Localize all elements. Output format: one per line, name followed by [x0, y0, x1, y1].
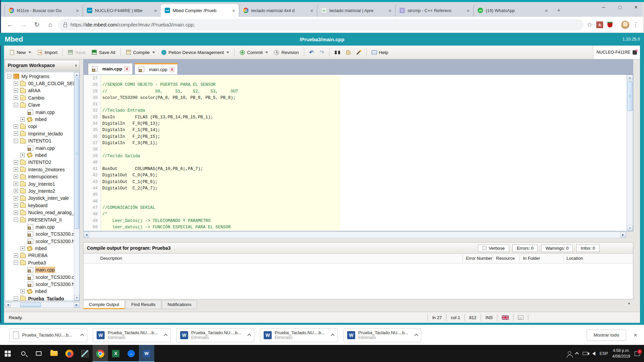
new-button[interactable]: New: [7, 48, 34, 56]
maximize-button[interactable]: □: [612, 0, 628, 15]
code-line[interactable]: 37DigitalIn F_3(PB_1);: [84, 140, 627, 146]
expand-icon[interactable]: +: [14, 203, 18, 207]
tree-item[interactable]: +Joy_Intento1: [5, 180, 74, 187]
browser-tab[interactable]: ∞teclado matricial | Apre×: [317, 4, 395, 17]
close-downloads-icon[interactable]: ×: [634, 331, 637, 339]
device-selector-button[interactable]: NUCLEO-F411RE: [593, 46, 640, 59]
tree-item[interactable]: +Intento_2motores: [5, 166, 74, 173]
code-line[interactable]: 32//Teclado Entrada: [84, 108, 627, 114]
home-icon[interactable]: ⌂: [45, 19, 56, 31]
tree-item[interactable]: −My Programs: [5, 73, 74, 80]
editor-tab-close-icon[interactable]: x: [170, 67, 175, 72]
task-view-button[interactable]: [31, 345, 46, 362]
code-line[interactable]: 42DigitalOut C_0(PA_9);: [84, 172, 627, 179]
taskbar-clock[interactable]: 4:58 p.m.4/06/2019: [612, 348, 630, 359]
download-menu-chevron-icon[interactable]: [414, 334, 418, 337]
pelion-button[interactable]: ↑Pelion Device Management: [158, 48, 232, 56]
code-line[interactable]: 50 leer_datos() -> FUNCIÓN ESPECIAL PARA…: [84, 224, 627, 231]
undo-button[interactable]: ↶: [307, 48, 316, 57]
warnings-filter-button[interactable]: Warnings: 0: [541, 244, 573, 252]
scroll-left-icon[interactable]: ◀: [84, 232, 89, 238]
collapse-icon[interactable]: −: [7, 74, 11, 78]
tree-item[interactable]: +aRAA: [5, 87, 74, 94]
volume-icon[interactable]: [592, 352, 595, 356]
tree-hscroll-thumb[interactable]: [20, 303, 41, 307]
format-button[interactable]: [343, 49, 353, 56]
tree-item[interactable]: +Joy_Intento2: [5, 187, 74, 194]
expand-icon[interactable]: +: [14, 189, 18, 193]
close-button[interactable]: ×: [628, 0, 644, 15]
expand-icon[interactable]: +: [14, 88, 18, 93]
download-item[interactable]: WPrueba_Taclado.NU....b...Eliminado: [176, 328, 254, 342]
action-center-icon[interactable]: 3: [635, 351, 640, 356]
tree-item[interactable]: +Nucleo_read_analog_: [5, 209, 74, 216]
tree-item[interactable]: −PRESENTAR_II: [5, 216, 74, 223]
tree-item[interactable]: main.cpp: [5, 109, 74, 116]
code-line[interactable]: 30scolor_TCS3200 scolor(PA_8, PB_10, PB_…: [84, 95, 627, 101]
compile-button[interactable]: Compile: [123, 48, 158, 56]
browser-tab[interactable]: f411re - Buscar con Go×: [4, 4, 83, 17]
tab-close-icon[interactable]: ×: [466, 8, 471, 13]
scroll-right-icon[interactable]: ▶: [620, 232, 626, 238]
download-menu-chevron-icon[interactable]: [331, 334, 334, 337]
expand-icon[interactable]: +: [14, 124, 18, 129]
url-input[interactable]: https://ide.mbed.com/compiler/#nav:/Prue…: [58, 19, 584, 31]
tab-close-icon[interactable]: ×: [231, 8, 236, 13]
code-line[interactable]: 31: [84, 101, 627, 108]
tab-close-icon[interactable]: ×: [309, 8, 314, 13]
editor-tab[interactable]: main.cppx: [135, 63, 178, 74]
tree-item[interactable]: +Cambio: [5, 94, 74, 101]
tree-item[interactable]: scolor_TCS3200.c: [5, 274, 74, 281]
download-item[interactable]: WPrueba_Taclado.NU....b...Eliminado: [260, 328, 338, 342]
tree-item[interactable]: main.cpp: [5, 266, 74, 274]
download-item[interactable]: WPrueba_Taclado.NU....b...Eliminado: [93, 328, 171, 342]
collapse-icon[interactable]: −: [14, 218, 18, 222]
tree-item[interactable]: +INTENTO2: [5, 159, 74, 166]
collapse-icon[interactable]: −: [14, 103, 18, 107]
expand-icon[interactable]: +: [14, 167, 18, 172]
find-button[interactable]: [332, 49, 343, 56]
browser-tab[interactable]: teclado matricial 4x4 d×: [239, 4, 317, 17]
reload-icon[interactable]: ↻: [31, 19, 43, 31]
download-item[interactable]: WPrueba_Taclado.NU....b...Eliminado: [343, 328, 421, 342]
collapse-icon[interactable]: −: [14, 139, 18, 143]
tab-close-icon[interactable]: ×: [387, 8, 392, 13]
scroll-left-icon[interactable]: ◀: [5, 302, 11, 307]
expand-icon[interactable]: +: [14, 96, 18, 100]
hidden-icons-chevron-icon[interactable]: [575, 352, 579, 356]
tree-item[interactable]: scolor_TCS3200.h: [5, 238, 74, 245]
padlock-icon[interactable]: [63, 24, 67, 27]
code-line[interactable]: 47//COMUNICACIÓN SERIAL: [84, 205, 627, 211]
dev-tool-button[interactable]: [77, 345, 93, 362]
expand-icon[interactable]: +: [20, 153, 25, 157]
bookmark-star-icon[interactable]: ☆: [586, 21, 594, 29]
browser-tab[interactable]: armMbed Compiler /Prueb×: [161, 4, 239, 17]
browser-tab[interactable]: armNUCLEO-F446RE | Mbe×: [83, 4, 161, 17]
code-area[interactable]: 27 28//SENSOR COMO OBJETO - PUERTOS PARA…: [84, 75, 627, 231]
excel-button[interactable]: X: [108, 345, 123, 362]
code-line[interactable]: 35DigitalIn F_1(PB_14);: [84, 127, 627, 133]
save-all-button[interactable]: Save All: [89, 48, 118, 56]
expand-icon[interactable]: +: [14, 131, 18, 136]
code-line[interactable]: 38: [84, 146, 627, 153]
tree-item[interactable]: +Joystick_inten_vale: [5, 195, 74, 202]
code-editor[interactable]: 27 28//SENSOR COMO OBJETO - PUERTOS PARA…: [83, 74, 633, 231]
tab-close-icon[interactable]: ×: [75, 8, 80, 13]
firefox-button[interactable]: [62, 345, 77, 362]
output-tab-compile-output[interactable]: Compile Output: [83, 300, 125, 309]
tree-item[interactable]: +mbed: [5, 152, 74, 159]
keyboard-layout-icon[interactable]: [513, 314, 528, 321]
import-button[interactable]: Import: [35, 48, 60, 56]
editor-tab-close-icon[interactable]: x: [124, 66, 129, 71]
expand-icon[interactable]: +: [20, 246, 25, 251]
chrome-button[interactable]: [93, 345, 108, 362]
code-line[interactable]: 44DigitalOut C_2(PA_7);: [84, 185, 627, 192]
tree-item[interactable]: +00_LAB_COLOR_SEN: [5, 80, 74, 87]
tree-item[interactable]: −INTENTO1: [5, 137, 74, 144]
code-line[interactable]: 33BusIn FILAS (PB_13,PB_14,PB_15,PB_1);: [84, 114, 627, 121]
expand-icon[interactable]: +: [14, 81, 18, 86]
tab-close-icon[interactable]: ×: [153, 8, 158, 13]
minimize-button[interactable]: ─: [596, 0, 612, 15]
expand-icon[interactable]: +: [20, 289, 25, 294]
tree-item[interactable]: +mbed: [5, 116, 74, 123]
